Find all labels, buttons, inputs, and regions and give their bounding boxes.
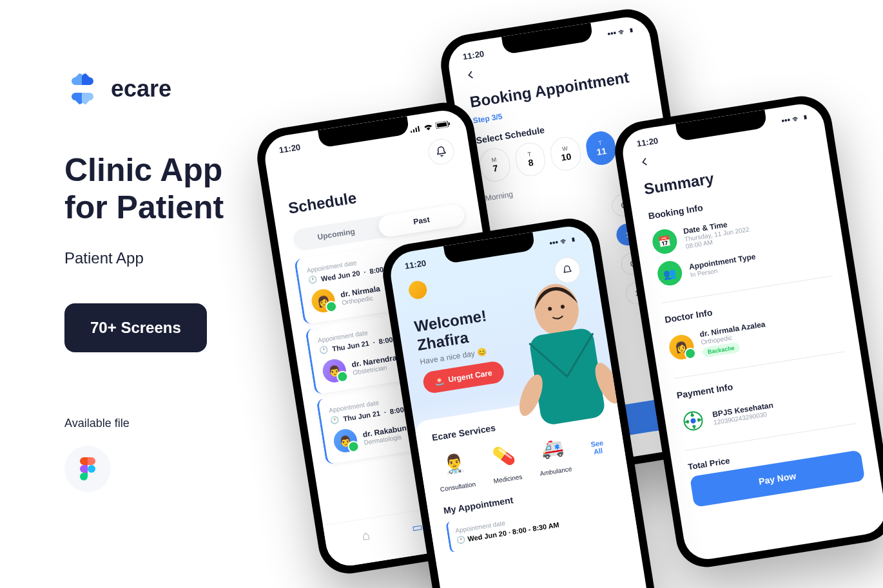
status-icons: ••• ᯤ ▮: [548, 234, 576, 248]
status-time: 11:20: [404, 258, 427, 271]
people-icon: 👥: [655, 260, 683, 287]
ambulance-icon: 🚑: [536, 432, 568, 464]
figma-icon: [64, 446, 111, 492]
battery-icon: [435, 120, 450, 128]
hero-title-line2: for Patient: [64, 189, 224, 225]
notification-button[interactable]: [427, 137, 456, 167]
service-consultation[interactable]: 👨‍⚕️Consultation: [434, 447, 476, 493]
available-file-label: Available file: [64, 417, 322, 430]
brand-logo: ecare: [64, 71, 322, 107]
svg-rect-2: [413, 129, 415, 132]
svg-rect-3: [415, 128, 417, 132]
doctor-avatar: 👨: [321, 357, 347, 384]
svg-point-0: [88, 465, 95, 473]
bell-icon: [434, 145, 448, 158]
status-icons: [410, 120, 451, 133]
hero-title-line1: Clinic App: [64, 152, 222, 188]
phone-mockup-summary: 11:20 ••• ᯤ ▮ Summary Booking Info 📅 Dat…: [610, 92, 883, 572]
user-avatar[interactable]: [407, 280, 428, 300]
svg-rect-4: [418, 126, 420, 131]
siren-icon: 🚨: [434, 375, 445, 386]
date-option[interactable]: T11: [584, 129, 618, 167]
svg-rect-6: [437, 122, 447, 127]
status-icons: ••• ᯤ ▮: [781, 112, 808, 126]
nav-home-icon[interactable]: ⌂: [361, 527, 373, 554]
brand-name: ecare: [111, 75, 171, 102]
doctor-avatar: 👩: [310, 287, 336, 314]
bpjs-logo-icon: [679, 407, 707, 435]
doctor-avatar: 👨: [332, 428, 358, 454]
screens-count-badge: 70+ Screens: [64, 303, 207, 352]
status-time: 11:20: [462, 49, 485, 62]
svg-rect-1: [411, 131, 412, 133]
doctor-avatar: 👩: [668, 333, 695, 361]
date-option[interactable]: T8: [513, 140, 547, 178]
status-time: 11:20: [278, 142, 301, 155]
calendar-icon: 📅: [651, 227, 679, 255]
see-all-link[interactable]: See All: [586, 438, 610, 457]
services-heading: Ecare Services: [431, 422, 496, 442]
doctor-icon: 👨‍⚕️: [438, 448, 471, 480]
condition-tag: Backache: [702, 342, 741, 358]
chevron-left-icon: [639, 156, 651, 167]
date-option[interactable]: W10: [548, 135, 583, 173]
tab-past[interactable]: Past: [377, 203, 466, 238]
service-ambulance[interactable]: 🚑Ambulance: [534, 432, 572, 477]
service-medicines[interactable]: 💊Medicines: [488, 440, 523, 484]
status-icons: ••• ᯤ ▮: [606, 25, 634, 39]
signal-icon: [410, 125, 421, 133]
urgent-care-button[interactable]: 🚨Urgent Care: [422, 360, 505, 394]
status-time: 11:20: [636, 136, 659, 149]
chevron-left-icon: [465, 69, 477, 81]
svg-point-15: [690, 418, 696, 424]
logo-mark-icon: [64, 71, 101, 107]
tab-upcoming[interactable]: Upcoming: [292, 216, 381, 252]
svg-rect-7: [449, 122, 451, 124]
date-option[interactable]: M7: [478, 146, 512, 184]
wifi-icon: [423, 123, 433, 131]
pill-icon: 💊: [488, 440, 520, 472]
